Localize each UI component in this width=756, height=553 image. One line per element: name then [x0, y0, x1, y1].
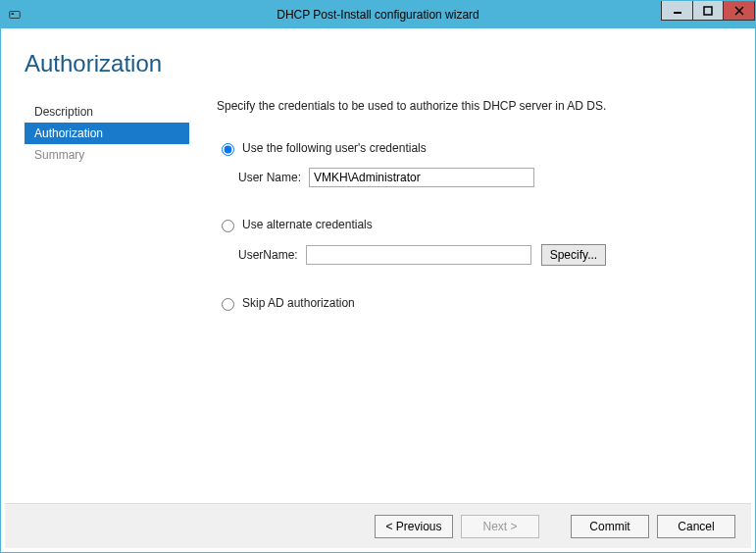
body: Description Authorization Summary Specif… [25, 99, 731, 503]
username-input-1[interactable] [309, 168, 534, 187]
maximize-button[interactable] [692, 1, 724, 21]
sidebar-item-authorization[interactable]: Authorization [25, 123, 189, 144]
step-sidebar: Description Authorization Summary [25, 99, 189, 503]
cancel-button[interactable]: Cancel [657, 515, 735, 538]
username-label-1: User Name: [238, 171, 301, 184]
previous-button[interactable]: < Previous [375, 515, 453, 538]
minimize-button[interactable] [661, 1, 692, 21]
titlebar: DHCP Post-Install configuration wizard [1, 1, 755, 28]
svg-rect-1 [12, 13, 15, 15]
username-input-2[interactable] [306, 245, 531, 265]
sidebar-item-description[interactable]: Description [25, 101, 189, 123]
main-panel: Specify the credentials to be used to au… [189, 99, 731, 503]
radio-skip-input[interactable] [222, 298, 234, 311]
content-area: Authorization Description Authorization … [1, 28, 755, 552]
footer: < Previous Next > Commit Cancel [5, 503, 751, 548]
window-title: DHCP Post-Install configuration wizard [1, 8, 755, 22]
radio-current-user-label: Use the following user's credentials [242, 141, 427, 155]
option-current-user: Use the following user's credentials Use… [217, 140, 731, 187]
wizard-window: DHCP Post-Install configuration wizard A… [0, 0, 756, 553]
current-user-field-row: User Name: [238, 168, 731, 187]
inner-panel: Authorization Description Authorization … [5, 32, 751, 503]
radio-alternate[interactable]: Use alternate credentials [217, 217, 731, 232]
window-controls [661, 1, 755, 21]
sidebar-item-summary[interactable]: Summary [25, 144, 189, 166]
specify-button[interactable]: Specify... [541, 244, 606, 266]
radio-alternate-input[interactable] [222, 220, 234, 232]
radio-current-user-input[interactable] [222, 143, 234, 156]
commit-button[interactable]: Commit [571, 515, 649, 538]
svg-rect-3 [704, 7, 712, 15]
option-alternate: Use alternate credentials UserName: Spec… [217, 217, 731, 266]
instruction-text: Specify the credentials to be used to au… [217, 99, 731, 113]
svg-rect-0 [10, 12, 21, 19]
close-button[interactable] [724, 1, 755, 21]
radio-current-user[interactable]: Use the following user's credentials [217, 140, 731, 156]
radio-skip-label: Skip AD authorization [242, 296, 355, 310]
app-icon [7, 7, 23, 23]
radio-alternate-label: Use alternate credentials [242, 218, 373, 231]
username-label-2: UserName: [238, 248, 298, 262]
alternate-field-row: UserName: Specify... [238, 244, 731, 266]
next-button[interactable]: Next > [461, 515, 539, 538]
page-title: Authorization [25, 50, 731, 77]
radio-skip[interactable]: Skip AD authorization [217, 295, 731, 311]
option-skip: Skip AD authorization [217, 295, 731, 311]
